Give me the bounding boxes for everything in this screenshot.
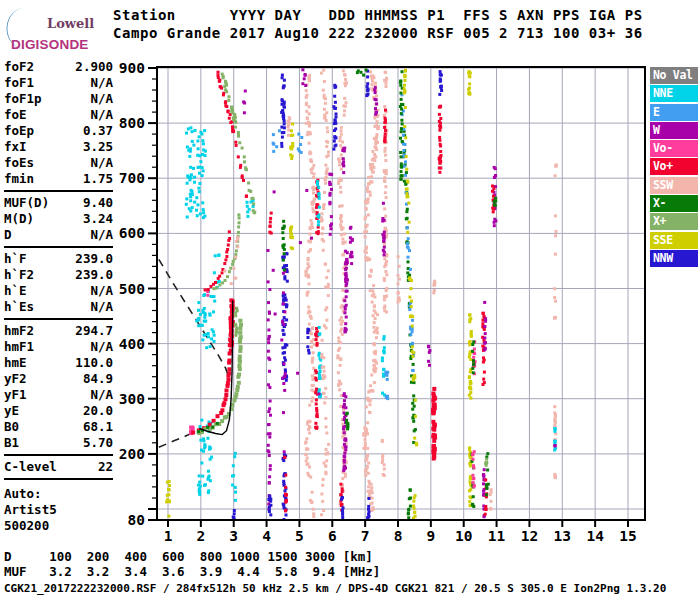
svg-text:2: 2 xyxy=(196,528,205,544)
svg-text:900: 900 xyxy=(119,60,145,76)
svg-text:500: 500 xyxy=(119,281,145,297)
svg-text:4: 4 xyxy=(262,528,271,544)
legend-item-x-: X- xyxy=(650,195,698,212)
plot-frame xyxy=(157,67,645,520)
ionogram-plot: 9008007006005004003002008012345678910111… xyxy=(0,0,700,600)
legend-item-e: E xyxy=(650,104,698,121)
distance-row: D 100 200 400 600 800 1000 1500 3000 [km… xyxy=(4,550,373,564)
svg-text:10: 10 xyxy=(455,528,472,544)
svg-text:600: 600 xyxy=(119,225,145,241)
svg-text:200: 200 xyxy=(119,446,145,462)
x-axis-labels: 123456789101112131415 xyxy=(164,528,637,544)
svg-text:400: 400 xyxy=(119,336,145,352)
svg-text:1: 1 xyxy=(164,528,173,544)
echo-dots xyxy=(165,68,558,521)
svg-text:12: 12 xyxy=(521,528,538,544)
svg-text:15: 15 xyxy=(619,528,636,544)
x-axis-ticks xyxy=(168,520,628,527)
y-axis-labels: 90080070060050040030020080 xyxy=(119,60,145,528)
svg-text:6: 6 xyxy=(328,528,337,544)
svg-text:3: 3 xyxy=(229,528,238,544)
legend-item-nnw: NNW xyxy=(650,250,698,267)
legend-item-w: W xyxy=(650,122,698,139)
svg-text:80: 80 xyxy=(128,512,145,528)
muf-row: MUF 3.2 3.2 3.4 3.6 3.9 4.4 5.8 9.4 [MHz… xyxy=(4,565,380,579)
legend-item-nne: NNE xyxy=(650,85,698,102)
legend-item-x+: X+ xyxy=(650,213,698,230)
footer-status-line: CGK21_2017222232000.RSF / 284fx512h 50 k… xyxy=(4,582,666,595)
legend-item-ssw: SSW xyxy=(650,177,698,194)
svg-text:8: 8 xyxy=(394,528,403,544)
legend-item-sse: SSE xyxy=(650,232,698,249)
svg-text:13: 13 xyxy=(554,528,571,544)
digisonde-ionogram-viewer: { "logo": { "line1": "Lowell", "line2": … xyxy=(0,0,700,600)
svg-text:14: 14 xyxy=(586,528,604,544)
grid-lines xyxy=(157,68,645,520)
svg-text:7: 7 xyxy=(361,528,370,544)
svg-text:9: 9 xyxy=(426,528,435,544)
svg-text:300: 300 xyxy=(119,391,145,407)
dashed-fit-curves xyxy=(159,259,230,447)
svg-text:5: 5 xyxy=(295,528,304,544)
svg-text:700: 700 xyxy=(119,170,145,186)
velocity-legend: No ValNNEEWVo-Vo+SSWX-X+SSENNW xyxy=(650,67,698,268)
svg-text:11: 11 xyxy=(488,528,506,544)
legend-item-vo+: Vo+ xyxy=(650,158,698,175)
legend-item-noval: No Val xyxy=(650,67,698,84)
y-axis-ticks xyxy=(148,68,157,520)
legend-item-vo-: Vo- xyxy=(650,140,698,157)
svg-text:800: 800 xyxy=(119,115,145,131)
